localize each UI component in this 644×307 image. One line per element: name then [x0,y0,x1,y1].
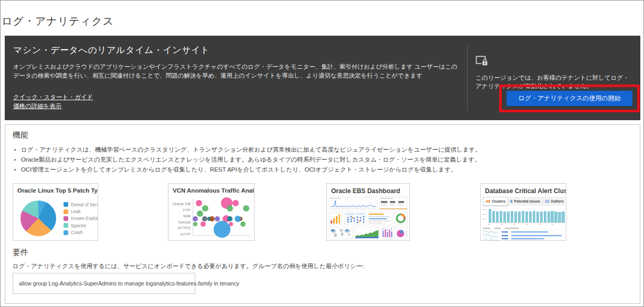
cluster-bar [551,211,553,223]
thumbnail-patch-types-pie-chart: Oracle Linux Top 5 Patch Types Denial of… [13,183,98,241]
bubble-point [215,216,220,221]
cluster-bar [533,211,535,223]
bubble-point [227,205,233,211]
legend-label: Spectre [71,223,86,228]
legend-label: Crash [71,230,83,235]
axis-category-label: FTP [168,207,191,212]
legend-item: Known Exploit [64,215,98,222]
features-list: ログ・アナリティクスは、機械学習ベースのクラスタリング、トランザクション分析およ… [21,145,481,175]
cluster-bar [536,211,539,223]
bubble-point [193,222,197,226]
trend-sparkline [483,238,499,241]
legend-item: Crash [64,229,98,236]
hero-description: オンプレミスおよびクラウドのアプリケーションやインフラストラクチャのすべてのログ… [13,62,462,80]
bubble-point [202,216,207,221]
bubble-point [235,216,241,222]
cluster-bar-chart [483,208,565,225]
cluster-bar [514,211,517,223]
cluster-bar [492,211,495,223]
axis-category-label: HTTP [168,232,191,237]
requirements-heading: 要件 [13,248,28,258]
cluster-bar [562,211,564,223]
chart-title: VCN Anomalous Traffic Analysis [168,184,254,194]
x-axis-ticks [489,224,565,225]
legend-swatch [64,216,68,221]
cluster-bar [496,211,499,223]
cluster-bar [544,211,546,223]
cluster-table-row[interactable] [483,237,565,241]
feature-bullet: Oracle製品およびサービスの充実したエクスペリエンスとナレッジを活用します。… [21,155,481,165]
stat-label: Clusters [492,199,505,203]
legend-swatch [64,230,68,235]
thumbnail-alert-clusters: Database Critical Alert Clusters 48Clust… [480,183,566,241]
cluster-bar [554,211,557,223]
bubble-plot [193,199,250,236]
quick-start-guide-link[interactable]: クイック・スタート・ガイド [13,93,462,102]
cluster-table-row[interactable] [483,230,565,234]
cluster-bar [525,211,528,223]
cluster-bar [507,211,510,223]
cluster-bar [540,211,543,223]
requirements-description: ログ・アナリティクスを使用するには、サービスにオンボードできる必要があります。グ… [13,262,364,270]
pricing-details-link[interactable]: 価格の詳細を表示 [13,102,462,111]
legend-item: Leak [64,208,98,215]
bubble-point [196,200,202,206]
count-link [502,238,508,239]
cluster-sample-link [511,231,548,232]
legend-swatch [64,223,68,228]
cluster-bar [489,209,491,223]
cluster-table-row[interactable] [483,234,565,237]
legend-label: Known Exploit [71,216,98,221]
cluster-table [483,227,565,241]
cluster-stat[interactable]: 48Clusters [483,197,508,206]
thumbnail-ebs-dashboard: Oracle EBS Dashboard [326,183,410,241]
count-link [502,235,508,236]
stat-label: Potential Issues [514,199,540,203]
axis-category-label: Tomcat [168,219,191,224]
main-section: 機能 ログ・アナリティクスは、機械学習ベースのクラスタリング、トランザクション分… [5,124,640,304]
ebs-dashboard-mini-charts [327,196,409,240]
start-log-analytics-button[interactable]: ログ・アナリティクスの使用の開始 [506,91,632,106]
chart-title: Oracle Linux Top 5 Patch Types [13,184,98,194]
bubble-point [240,221,246,227]
cluster-bar [547,211,550,223]
count-link [502,231,508,232]
cluster-bar [511,211,513,223]
cluster-stat[interactable]: 8Potential Issues [508,197,543,206]
legend-swatch [64,202,68,207]
cluster-bar [558,212,561,223]
feature-bullet: OCI管理エージェントを介してオンプレミスからログを収集したり、REST API… [21,165,481,175]
bubble-point [243,205,249,211]
pie-chart [20,200,56,236]
hero-left: マシン・データへのリアルタイム・インサイト オンプレミスおよびクラウドのアプリケ… [13,44,462,111]
policy-statement-box: allow group Log-Analytics-SuperAdmins to… [13,273,195,294]
legend-label: Denial of Service [71,202,98,207]
bubble-point [214,221,230,238]
bubble-point [193,216,198,221]
legend-swatch [64,209,68,214]
cluster-stats-strip: 48Clusters8Potential Issues11Outliers15T… [483,197,565,206]
stat-value: 11 [545,199,549,204]
log-analytics-page: ログ・アナリティクス マシン・データへのリアルタイム・インサイト オンプレミスお… [0,0,644,307]
cluster-bar [529,211,532,223]
cluster-stat[interactable]: 11Outliers [543,197,566,206]
hero-divider [467,45,468,111]
stat-value: 8 [510,199,512,204]
stat-label: Outliers [551,199,564,203]
trend-sparkline [483,234,499,237]
cluster-table-row[interactable] [483,240,565,241]
stat-value: 48 [485,199,490,204]
y-axis-ticks [483,208,488,223]
bubble-point [197,210,203,217]
features-heading: 機能 [13,130,28,140]
cluster-sample-link [511,235,562,236]
cluster-bar [522,211,524,223]
legend-item: Denial of Service [64,201,98,208]
bubble-point [202,205,208,211]
bubble-category-labels: Oracle DBFTPMailTomcatHTTPSHTTP [168,199,191,236]
axis-category-label: Oracle DB [168,202,191,206]
page-title: ログ・アナリティクス [2,14,114,28]
trend-sparkline [483,230,499,234]
feature-bullet: ログ・アナリティクスは、機械学習ベースのクラスタリング、トランザクション分析およ… [21,145,481,155]
hero-heading: マシン・データへのリアルタイム・インサイト [13,44,462,56]
